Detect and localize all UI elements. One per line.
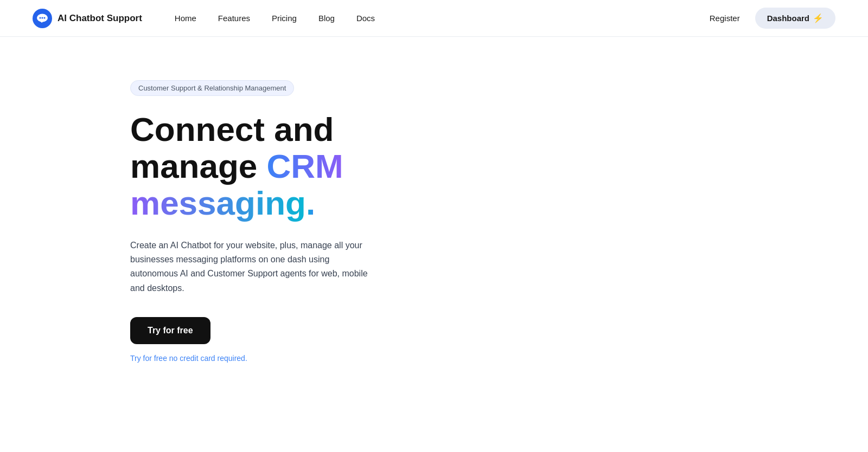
nav-home[interactable]: Home (175, 14, 196, 23)
headline-line1: Connect and (130, 111, 334, 148)
category-badge: Customer Support & Relationship Manageme… (130, 80, 294, 96)
nav-right: Register Dashboard ⚡ (710, 8, 835, 29)
headline-dot: . (306, 184, 315, 222)
nav-docs[interactable]: Docs (356, 14, 375, 23)
cta-note: Try for free no credit card required. (130, 354, 401, 363)
logo-link[interactable]: AI Chatbot Support (33, 9, 142, 28)
try-for-free-button[interactable]: Try for free (130, 317, 210, 344)
dashboard-button[interactable]: Dashboard ⚡ (755, 8, 835, 29)
hero-description: Create an AI Chatbot for your website, p… (130, 238, 369, 296)
headline-manage-prefix: manage (130, 147, 267, 185)
nav-blog[interactable]: Blog (318, 14, 335, 23)
hero-headline: Connect and manage CRM messaging. (130, 111, 401, 222)
lightning-icon: ⚡ (813, 13, 824, 23)
register-link[interactable]: Register (710, 14, 740, 23)
nav-links: Home Features Pricing Blog Docs (175, 14, 710, 23)
dashboard-label: Dashboard (767, 14, 809, 23)
svg-point-5 (44, 17, 46, 18)
hero-section: Customer Support & Relationship Manageme… (0, 37, 434, 395)
nav-pricing[interactable]: Pricing (272, 14, 297, 23)
nav-features[interactable]: Features (218, 14, 250, 23)
svg-point-3 (40, 17, 41, 18)
logo-icon (33, 9, 52, 28)
svg-point-4 (42, 17, 43, 18)
headline-messaging: messaging (130, 184, 306, 222)
navbar: AI Chatbot Support Home Features Pricing… (0, 0, 868, 37)
logo-text: AI Chatbot Support (58, 13, 142, 24)
headline-crm: CRM (267, 147, 343, 185)
